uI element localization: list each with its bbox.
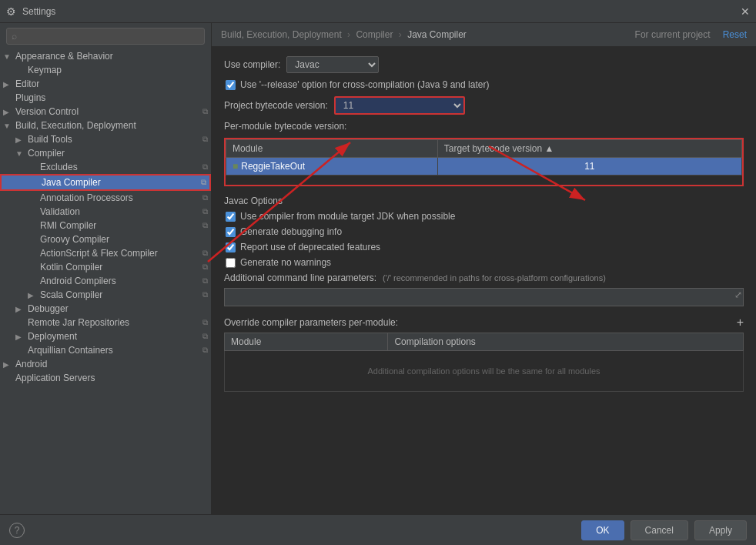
sidebar-item-label: Deployment (28, 331, 202, 342)
sidebar-item-label: Scala Compiler (40, 289, 202, 300)
sidebar-item-appservers[interactable]: Application Servers (0, 371, 211, 385)
sidebar-item-label: Excludes (40, 162, 202, 172)
use-release-checkbox[interactable] (226, 80, 236, 90)
sidebar-item-actionscript[interactable]: ActionScript & Flex Compiler ⧉ (0, 246, 211, 260)
sidebar-item-label: Android Compilers (40, 276, 202, 286)
expand-input-button[interactable]: ⤢ (734, 289, 742, 300)
sidebar-item-label: Debugger (28, 303, 208, 314)
sidebar-item-deployment[interactable]: ▶ Deployment ⧉ (0, 329, 211, 343)
sidebar-item-label: Groovy Compiler (40, 234, 208, 245)
copy-icon: ⧉ (202, 107, 208, 116)
copy-icon: ⧉ (202, 290, 208, 299)
apply-button[interactable]: Apply (694, 520, 747, 540)
bytecode-version-row: Project bytecode version: 11 891012 (224, 96, 744, 115)
expand-icon: ▼ (3, 52, 15, 61)
use-compiler-row: Use compiler: Javac Eclipse Ajc (224, 56, 744, 73)
bytecode-version-select[interactable]: 11 891012 (334, 96, 465, 115)
sidebar-item-validation[interactable]: Validation ⧉ (0, 205, 211, 219)
use-release-label: Use '--release' option for cross-compila… (240, 79, 489, 90)
target-bytecode-col-header: Target bytecode version ▲ (437, 140, 741, 158)
sidebar-item-plugins[interactable]: Plugins (0, 91, 211, 105)
additional-cmd-hint: ('/' recommended in paths for cross-plat… (383, 273, 606, 283)
sidebar-item-excludes[interactable]: Excludes ⧉ (0, 160, 211, 174)
help-button[interactable]: ? (9, 523, 25, 538)
sidebar-item-label: Android (15, 359, 208, 369)
override-add-button[interactable]: + (737, 316, 744, 329)
report-deprecated-checkbox[interactable] (226, 242, 236, 252)
settings-icon: ⚙ (6, 5, 16, 18)
search-input[interactable] (6, 28, 205, 45)
use-release-row: Use '--release' option for cross-compila… (224, 79, 744, 90)
checkbox-row-2: Generate debugging info (224, 226, 744, 237)
sidebar-item-build[interactable]: ▼ Build, Execution, Deployment (0, 119, 211, 132)
cancel-button[interactable]: Cancel (631, 520, 688, 540)
sidebar-item-arquillian[interactable]: Arquillian Containers ⧉ (0, 343, 211, 357)
override-empty-row: Additional compilation options will be t… (225, 351, 744, 392)
expand-icon: ▶ (15, 333, 28, 341)
sidebar-item-annotationprocessors[interactable]: Annotation Processors ⧉ (0, 191, 211, 205)
copy-icon: ⧉ (202, 193, 208, 202)
compiler-select[interactable]: Javac Eclipse Ajc (286, 56, 379, 73)
copy-icon: ⧉ (202, 207, 208, 216)
sidebar-item-editor[interactable]: ▶ Editor (0, 77, 211, 91)
sidebar-item-label: Compiler (28, 148, 208, 159)
use-compiler-module-checkbox[interactable] (226, 212, 236, 222)
for-project-label: For current project (635, 29, 711, 40)
sidebar-item-javacompiler[interactable]: Java Compiler ⧉ (0, 174, 211, 191)
override-module-header: Module (225, 333, 388, 351)
sidebar-item-android[interactable]: ▶ Android (0, 357, 211, 371)
sidebar-item-rmicompiler[interactable]: RMI Compiler ⧉ (0, 219, 211, 232)
breadcrumb: Build, Execution, Deployment › Compiler … (221, 29, 467, 40)
report-deprecated-label: Report use of deprecated features (240, 242, 380, 252)
copy-icon: ⧉ (201, 178, 206, 187)
sidebar-item-androidcompilers[interactable]: Android Compilers ⧉ (0, 274, 211, 288)
title-bar-text: Settings (22, 6, 734, 17)
additional-cmd-input-wrapper: ⤢ (224, 288, 744, 306)
reset-link[interactable]: Reset (723, 29, 747, 40)
sidebar-item-groovycompiler[interactable]: Groovy Compiler (0, 232, 211, 246)
sidebar-item-keymap[interactable]: Keymap (0, 63, 211, 77)
generate-no-warnings-checkbox[interactable] (226, 258, 236, 268)
sidebar-item-label: Validation (40, 206, 202, 217)
generate-debugging-checkbox[interactable] (226, 227, 236, 237)
content-body: Use compiler: Javac Eclipse Ajc Use '--r… (212, 47, 756, 401)
override-compilation-header: Compilation options (388, 333, 744, 351)
checkbox-row-4: Generate no warnings (224, 257, 744, 268)
module-icon: ■ (232, 161, 238, 172)
sidebar-item-scalacompiler[interactable]: ▶ Scala Compiler ⧉ (0, 288, 211, 302)
copy-icon: ⧉ (202, 221, 208, 230)
sidebar-item-label: Editor (15, 79, 208, 89)
copy-icon: ⧉ (202, 135, 208, 144)
sidebar-item-remotejar[interactable]: Remote Jar Repositories ⧉ (0, 316, 211, 329)
module-table: Module Target bytecode version ▲ ■Reggie… (226, 139, 742, 176)
table-row[interactable]: ■ReggieTakeOut 11 (226, 158, 742, 176)
copy-icon: ⧉ (202, 276, 208, 286)
bytecode-version-label: Project bytecode version: (224, 100, 328, 111)
sidebar-item-compiler[interactable]: ▼ Compiler (0, 146, 211, 160)
copy-icon: ⧉ (202, 262, 208, 272)
sidebar-item-buildtools[interactable]: ▶ Build Tools ⧉ (0, 132, 211, 146)
expand-icon: ▶ (28, 291, 40, 299)
sidebar-item-appearance[interactable]: ▼ Appearance & Behavior (0, 49, 211, 63)
sidebar-item-label: Arquillian Containers (28, 345, 202, 356)
additional-cmd-input[interactable] (224, 288, 744, 306)
title-bar: ⚙ Settings ✕ (0, 0, 756, 23)
expand-icon: ▶ (15, 135, 28, 144)
sidebar-item-label: Kotlin Compiler (40, 262, 202, 272)
sidebar-item-versioncontrol[interactable]: ▶ Version Control ⧉ (0, 105, 211, 119)
use-compiler-module-label: Use compiler from module target JDK when… (240, 211, 455, 222)
sidebar-item-label: Java Compiler (42, 177, 201, 188)
sidebar-item-debugger[interactable]: ▶ Debugger (0, 302, 211, 316)
button-group: OK Cancel Apply (581, 520, 747, 540)
generate-debugging-label: Generate debugging info (240, 226, 342, 237)
override-label: Override compiler parameters per-module: (224, 317, 398, 328)
bottom-bar: ? OK Cancel Apply (0, 514, 756, 545)
sort-icon: ▲ (544, 143, 554, 154)
sidebar-item-label: Version Control (15, 106, 202, 117)
ok-button[interactable]: OK (581, 520, 624, 540)
close-button[interactable]: ✕ (741, 5, 750, 18)
module-name-cell: ■ReggieTakeOut (226, 158, 438, 176)
sidebar-item-kotlincompiler[interactable]: Kotlin Compiler ⧉ (0, 260, 211, 274)
breadcrumb-part3: Java Compiler (407, 29, 467, 40)
javac-options-title: Javac Options (224, 196, 744, 206)
